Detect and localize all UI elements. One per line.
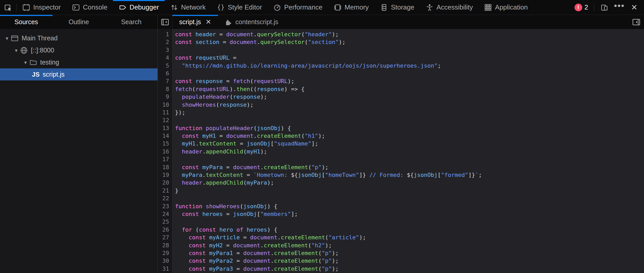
code-line[interactable]: const myArticle = document.createElement…: [175, 234, 644, 241]
code-line[interactable]: [175, 156, 644, 163]
code-token: =: [216, 31, 226, 38]
code-line[interactable]: const myPara2 = document.createElement("…: [175, 257, 644, 265]
editor-tab-contentscript-js[interactable]: contentscript.js: [218, 15, 285, 29]
tree-item-script-js[interactable]: JSscript.js: [0, 68, 158, 80]
collapse-sidebar-icon[interactable]: [158, 15, 172, 29]
line-number[interactable]: 14: [158, 132, 172, 140]
tool-tab-network[interactable]: Network: [165, 0, 211, 15]
code-line[interactable]: [175, 70, 644, 77]
code-token: });: [175, 109, 185, 116]
code-line[interactable]: const myH1 = document.createElement("h1"…: [175, 132, 644, 140]
collapse-right-panel-icon[interactable]: [632, 17, 641, 27]
line-number[interactable]: 26: [158, 226, 172, 234]
error-badge[interactable]: ! 2: [575, 3, 588, 11]
meatball-menu-icon[interactable]: •••: [615, 1, 624, 14]
line-number[interactable]: 28: [158, 242, 172, 249]
code-line[interactable]: for (const hero of heroes) {: [175, 226, 644, 234]
code-line[interactable]: const response = fetch(requestURL);: [175, 77, 644, 85]
line-number[interactable]: 30: [158, 257, 172, 265]
code-line[interactable]: const header = document.querySelector("h…: [175, 31, 644, 38]
code-line[interactable]: showHeroes(response);: [175, 101, 644, 109]
line-number[interactable]: 17: [158, 156, 172, 163]
tree-item-testing[interactable]: ▾testing: [0, 56, 158, 68]
code-line[interactable]: const requestURL =: [175, 54, 644, 62]
code-line[interactable]: const myPara3 = document.createElement("…: [175, 265, 644, 273]
line-number[interactable]: 3: [158, 46, 172, 54]
code-token: const: [182, 211, 199, 217]
expander-caret-icon[interactable]: ▾: [4, 35, 10, 41]
code-line[interactable]: fetch(requestURL).then((response) => {: [175, 85, 644, 93]
line-number[interactable]: 11: [158, 109, 172, 116]
close-icon[interactable]: ✕: [630, 3, 639, 12]
split-console-icon[interactable]: [600, 3, 609, 12]
code-line[interactable]: const section = document.querySelector("…: [175, 38, 644, 46]
code-line[interactable]: const myPara1 = document.createElement("…: [175, 249, 644, 257]
line-number[interactable]: 16: [158, 148, 172, 156]
editor-tab-script-js[interactable]: script.js✕: [172, 15, 218, 29]
tool-tab-storage[interactable]: Storage: [375, 0, 420, 15]
tool-tab-application[interactable]: Application: [478, 0, 533, 15]
code-line[interactable]: [175, 46, 644, 54]
code-editor[interactable]: 1234567891011121314151617181920212223242…: [158, 29, 644, 273]
expander-caret-icon[interactable]: ▾: [13, 47, 20, 53]
code-line[interactable]: [175, 218, 644, 226]
code-line[interactable]: myH1.textContent = jsonObj["squadName"];: [175, 140, 644, 148]
code-line[interactable]: header.appendChild(myH1);: [175, 148, 644, 156]
code-line[interactable]: populateHeader(response);: [175, 93, 644, 101]
line-number[interactable]: 31: [158, 265, 172, 273]
tab-close-icon[interactable]: ✕: [206, 18, 211, 26]
code-line[interactable]: header.appendChild(myPara);: [175, 179, 644, 187]
code-line[interactable]: function populateHeader(jsonObj) {: [175, 124, 644, 132]
panel-tab-search[interactable]: Search: [105, 15, 158, 29]
line-number[interactable]: 2: [158, 38, 172, 46]
line-number[interactable]: 13: [158, 124, 172, 132]
code-token: =: [216, 133, 226, 139]
code-token: );: [260, 94, 267, 100]
expander-caret-icon[interactable]: ▾: [22, 59, 29, 66]
tree-item-8000[interactable]: ▾[::]:8000: [0, 44, 158, 56]
code-line[interactable]: "https://mdn.github.io/learning-area/jav…: [175, 62, 644, 70]
tool-tab-style-editor[interactable]: Style Editor: [211, 0, 268, 15]
line-number[interactable]: 22: [158, 195, 172, 202]
line-number[interactable]: 7: [158, 77, 172, 85]
editor-tab-label: script.js: [179, 18, 201, 26]
tool-tab-debugger[interactable]: Debugger: [113, 0, 164, 15]
line-number[interactable]: 20: [158, 179, 172, 187]
tool-tab-memory[interactable]: Memory: [328, 0, 375, 15]
code-line[interactable]: function showHeroes(jsonObj) {: [175, 203, 644, 210]
line-number[interactable]: 5: [158, 62, 172, 70]
line-number[interactable]: 1: [158, 31, 172, 38]
line-number[interactable]: 10: [158, 101, 172, 109]
code-token: =: [223, 242, 233, 249]
line-number[interactable]: 4: [158, 54, 172, 62]
code-line[interactable]: [175, 116, 644, 124]
code-line[interactable]: [175, 195, 644, 202]
code-line[interactable]: const heroes = jsonObj["members"];: [175, 210, 644, 218]
line-number[interactable]: 21: [158, 187, 172, 195]
line-number[interactable]: 25: [158, 218, 172, 226]
line-number[interactable]: 29: [158, 249, 172, 257]
line-number[interactable]: 19: [158, 171, 172, 179]
node-picker-icon[interactable]: [0, 0, 16, 15]
line-number[interactable]: 8: [158, 85, 172, 93]
panel-tab-sources[interactable]: Sources: [0, 15, 53, 29]
line-number[interactable]: 24: [158, 210, 172, 218]
code-line[interactable]: });: [175, 109, 644, 116]
code-line[interactable]: const myPara = document.createElement("p…: [175, 163, 644, 171]
line-number[interactable]: 15: [158, 140, 172, 148]
line-number[interactable]: 12: [158, 116, 172, 124]
code-line[interactable]: const myH2 = document.createElement("h2"…: [175, 242, 644, 249]
line-number[interactable]: 27: [158, 234, 172, 241]
line-number[interactable]: 18: [158, 163, 172, 171]
tool-tab-inspector[interactable]: Inspector: [17, 0, 66, 15]
tool-tab-console[interactable]: Console: [66, 0, 113, 15]
tree-item-main-thread[interactable]: ▾Main Thread: [0, 32, 158, 44]
code-line[interactable]: myPara.textContent = `Hometown: ${jsonOb…: [175, 171, 644, 179]
code-line[interactable]: }: [175, 187, 644, 195]
tool-tab-performance[interactable]: Performance: [268, 0, 328, 15]
tool-tab-accessibility[interactable]: Accessibility: [420, 0, 479, 15]
line-number[interactable]: 9: [158, 93, 172, 101]
line-number[interactable]: 6: [158, 70, 172, 77]
line-number[interactable]: 23: [158, 203, 172, 210]
panel-tab-outline[interactable]: Outline: [53, 15, 105, 29]
